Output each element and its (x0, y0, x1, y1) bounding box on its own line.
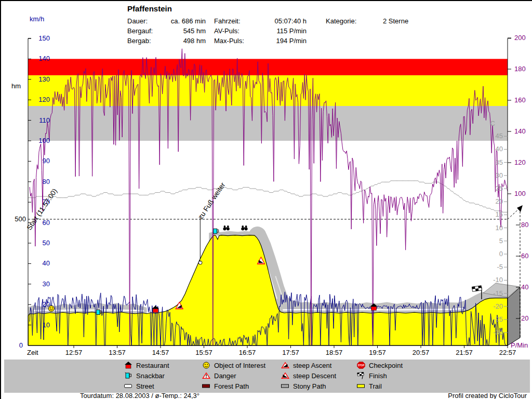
smiley-icon (202, 362, 211, 369)
time-tick-label: 14:57 (152, 349, 169, 356)
temp-tick-label: -10 (493, 276, 503, 284)
danger-icon (202, 372, 211, 379)
steep-ascent-icon (281, 362, 290, 369)
time-tick-label: 12:57 (65, 349, 83, 356)
object-of-interest-icon (48, 306, 54, 312)
temp-tick-label: 20 (496, 197, 503, 205)
legend-column-4: STOP Checkpoint Finish Trail (356, 360, 403, 391)
pulse-axis-title: P/Min (511, 341, 528, 349)
kmh-tick-label: 30 (43, 280, 50, 288)
tour-date-text: Tourdatum: 28.08.2003 / ø-Temp.: 24,3° (80, 392, 200, 399)
time-tick-label: 20:57 (413, 349, 430, 356)
created-by-text: Profil created by CicloTour (365, 392, 527, 399)
kmh-tick-label: 120 (38, 96, 50, 103)
snackbar-icon (124, 372, 133, 379)
legend-stony-path: Stony Path (281, 381, 336, 391)
pulse-tick-label: 200 (514, 34, 526, 42)
legend-label: Trail (369, 382, 382, 390)
pulse-tick-label: 180 (514, 65, 526, 73)
temp-tick-label: 45 (496, 132, 503, 140)
temp-tick-label: 10 (496, 224, 503, 232)
legend-label: Forest Path (214, 382, 249, 390)
temp-tick-label: 15 (496, 210, 503, 218)
legend-finish: Finish (356, 370, 403, 381)
pulse-tick-label: 60 (521, 252, 528, 260)
forest-path-icon (202, 382, 211, 390)
legend-label: Danger (214, 372, 236, 380)
legend-label: Stony Path (293, 382, 326, 390)
legend-danger: Danger (202, 370, 265, 381)
temp-tick-label: -20 (493, 302, 503, 310)
pulse-tick-label: 140 (514, 127, 526, 135)
legend-label: Checkpoint (369, 362, 403, 369)
temp-tick-label: 40 (496, 145, 503, 153)
legend-checkpoint: STOP Checkpoint (356, 360, 403, 370)
time-tick-label: 18:57 (326, 349, 343, 356)
time-axis-title: Zeit (27, 349, 38, 356)
legend-label: Snackbar (136, 372, 165, 380)
legend-object-of-interest: Object of Interest (202, 360, 265, 370)
temp-tick-label: -15 (493, 289, 503, 297)
legend-label: steep Ascent (293, 362, 331, 369)
steep-descent-icon (281, 372, 290, 379)
time-tick-label: 17:57 (282, 349, 299, 356)
kmh-tick-label: 50 (43, 239, 50, 247)
kmh-tick-label: 40 (43, 259, 50, 267)
legend-label: Finish (369, 372, 387, 380)
legend-snackbar: Snackbar (124, 370, 169, 381)
kmh-tick-label: 90 (43, 157, 50, 165)
kmh-tick-label: 110 (39, 116, 50, 124)
legend-column-1: Restaurant Snackbar Street (124, 360, 169, 391)
kmh-tick-label: 140 (38, 55, 50, 62)
street-icon (124, 382, 133, 390)
stony-path-icon (281, 382, 290, 390)
trail-icon (356, 382, 366, 390)
pulse-tick-label: 40 (521, 283, 528, 291)
temp-tick-label: 35 (496, 158, 503, 166)
legend-label: steep Descent (293, 372, 336, 380)
time-tick-label: 16:57 (239, 349, 256, 356)
pulse-tick-label: 20 (521, 314, 528, 322)
legend-label: Restaurant (136, 362, 169, 369)
tour-profile-chart: 1020304050607080901001101201301401500500… (1, 1, 532, 399)
kmh-tick-label: 60 (43, 219, 50, 227)
legend-forest-path: Forest Path (202, 381, 265, 391)
legend-bar (4, 360, 530, 393)
kmh-tick-label: 10 (43, 321, 50, 329)
pulse-tick-label: 80 (521, 221, 528, 229)
kmh-tick-label: 130 (38, 75, 50, 83)
viewpoint-icon (241, 225, 247, 230)
temp-tick-label: -25 (493, 315, 503, 323)
hm-axis-title: hm (11, 82, 21, 90)
time-tick-label: 13:57 (109, 349, 126, 356)
restaurant-icon (124, 362, 133, 369)
legend-label: Street (136, 382, 154, 390)
svg-text:STOP: STOP (358, 364, 364, 367)
pulse-tick-label: 160 (514, 96, 526, 104)
legend-steep-ascent: steep Ascent (281, 360, 336, 370)
ciclotour-profile-window: Pfaffenstein km/h Dauer: ca. 686 min Ber… (0, 0, 532, 399)
kmh-tick-label: 80 (43, 178, 50, 185)
legend-column-2: Object of Interest Danger Forest Path (202, 360, 265, 391)
legend-steep-descent: steep Descent (281, 370, 336, 381)
axis-arrow (517, 205, 523, 212)
legend-column-3: steep Ascent steep Descent Stony Path (281, 360, 336, 391)
kmh-zero-label: 0 (19, 341, 23, 349)
time-tick-label: 22:57 (499, 349, 516, 356)
legend-trail: Trail (356, 381, 403, 391)
legend-label: Object of Interest (214, 362, 265, 369)
pulse-tick-label: 100 (514, 190, 526, 197)
checkpoint-stop-icon: STOP (356, 362, 366, 369)
temp-tick-label: 30 (496, 171, 503, 179)
time-tick-label: 15:57 (195, 349, 212, 356)
annotations: Start (11:57:00)zu Fuß weiter (25, 181, 227, 259)
pulse-axis-3d-diagonal (508, 208, 520, 219)
time-tick-label: 21:57 (456, 349, 473, 356)
legend-restaurant: Restaurant (124, 360, 169, 370)
annotation-text: zu Fuß weiter (196, 181, 227, 221)
temp-axis-title: C (490, 119, 495, 127)
kmh-tick-label: 150 (38, 34, 50, 42)
viewpoint-icon (223, 225, 229, 230)
legend-street: Street (124, 381, 169, 391)
hm-500-label: 500 (15, 215, 26, 223)
